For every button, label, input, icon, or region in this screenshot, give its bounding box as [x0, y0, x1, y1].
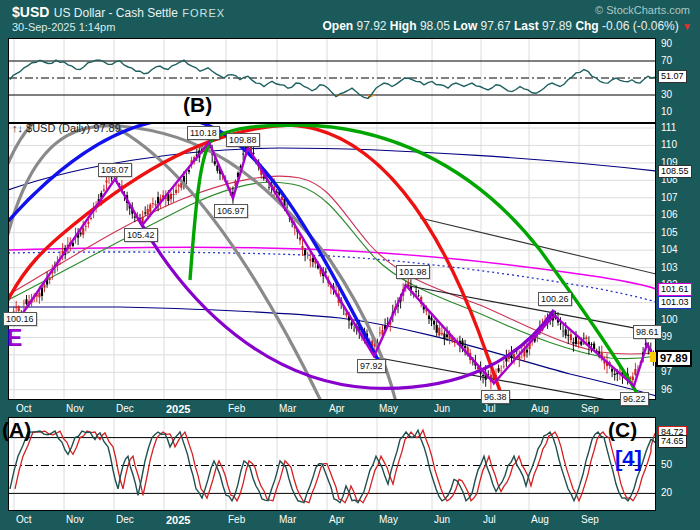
axis-value-box-101.61: 101.61 [658, 283, 692, 296]
price-panel-legend: ↑↓ $USD (Daily) 97.89 [12, 122, 121, 134]
rsi-ytick-90: 90 [661, 38, 672, 49]
month-label-bottom-Jun[interactable]: Jun [434, 514, 450, 525]
zigzag-label-108.07: 108.07 [98, 163, 132, 177]
zigzag-label-106.97: 106.97 [214, 204, 248, 218]
elliott-label-B: (B) [183, 93, 212, 117]
elliott-label-C: (C) [608, 418, 637, 442]
price-ytick-107: 107 [661, 192, 678, 203]
axis-value-box-97.89: 97.89 [656, 350, 692, 367]
zigzag-label-109.88: 109.88 [226, 133, 260, 147]
stoch-reference-lines [9, 438, 655, 494]
month-label-Sep[interactable]: Sep [581, 403, 599, 414]
stoch-lines [10, 430, 655, 503]
month-label-bottom-Jul[interactable]: Jul [483, 514, 496, 525]
zigzag-label-110.18: 110.18 [187, 126, 220, 140]
zigzag-label-97.92: 97.92 [357, 359, 386, 373]
axis-value-box-74.65: 74.65 [658, 435, 687, 448]
price-ytick-97: 97 [661, 366, 672, 377]
gray-cycle-arc-1 [0, 110, 330, 420]
month-label-Jul[interactable]: Jul [483, 403, 496, 414]
month-label-bottom-Dec[interactable]: Dec [116, 514, 134, 525]
zigzag-overlay [20, 142, 654, 386]
rsi-line [10, 60, 655, 98]
channel-line-lower [374, 357, 656, 409]
zigzag-label-96.38: 96.38 [481, 390, 510, 404]
zigzag-label-98.61: 98.61 [633, 325, 662, 339]
rsi-ytick-30: 30 [661, 89, 672, 100]
rsi-ytick-70: 70 [661, 55, 672, 66]
price-ytick-96: 96 [661, 384, 672, 395]
elliott-label-E: E [7, 325, 22, 352]
rsi-ytick-10: 10 [661, 106, 672, 117]
zigzag-label-100.26: 100.26 [538, 292, 572, 306]
month-label-Aug[interactable]: Aug [531, 403, 549, 414]
month-label-bottom-2025[interactable]: 2025 [166, 514, 190, 526]
axis-value-box-101.03: 101.03 [658, 296, 692, 309]
rsi-reference-lines [9, 61, 655, 95]
price-ytick-105: 105 [661, 227, 678, 238]
price-ytick-99: 99 [661, 331, 672, 342]
month-label-bottom-Oct[interactable]: Oct [16, 514, 32, 525]
price-ytick-110: 110 [661, 139, 677, 150]
month-label-Oct[interactable]: Oct [16, 403, 32, 414]
price-ytick-106: 106 [661, 209, 678, 220]
month-label-bottom-Sep[interactable]: Sep [581, 514, 599, 525]
month-label-bottom-Mar[interactable]: Mar [279, 514, 296, 525]
stoch-ytick-20: 20 [661, 487, 672, 498]
elliott-label-4: [4] [615, 446, 642, 472]
month-label-Mar[interactable]: Mar [279, 403, 296, 414]
price-ytick-100: 100 [661, 314, 678, 325]
month-label-2025[interactable]: 2025 [166, 403, 190, 415]
month-label-bottom-Apr[interactable]: Apr [329, 514, 345, 525]
axis-value-box-108.55: 108.55 [658, 165, 692, 178]
month-label-bottom-Nov[interactable]: Nov [66, 514, 84, 525]
month-label-Jun[interactable]: Jun [434, 403, 450, 414]
month-label-Feb[interactable]: Feb [228, 403, 245, 414]
month-label-Dec[interactable]: Dec [116, 403, 134, 414]
elliott-label-A: (A) [2, 418, 31, 442]
stockcharts-chart-window: $USD US Dollar - Cash Settle FOREX © Sto… [0, 0, 700, 530]
price-ytick-103: 103 [661, 262, 678, 273]
month-label-Apr[interactable]: Apr [329, 403, 345, 414]
month-label-bottom-May[interactable]: May [379, 514, 398, 525]
month-label-bottom-Feb[interactable]: Feb [228, 514, 245, 525]
last-price-marker-icon [650, 352, 656, 362]
price-ytick-111: 111 [661, 122, 676, 133]
magenta-ma-line [8, 247, 656, 289]
month-label-May[interactable]: May [379, 403, 398, 414]
stoch-ytick-50: 50 [661, 459, 672, 470]
price-ytick-104: 104 [661, 244, 678, 255]
zigzag-label-105.42: 105.42 [124, 228, 158, 242]
zigzag-label-100.16: 100.16 [3, 312, 37, 326]
axis-value-box-51.07: 51.07 [658, 70, 687, 83]
chart-canvas [0, 0, 700, 530]
month-label-Nov[interactable]: Nov [66, 403, 84, 414]
month-label-bottom-Aug[interactable]: Aug [531, 514, 549, 525]
zigzag-label-96.22: 96.22 [620, 392, 649, 406]
zigzag-label-101.98: 101.98 [396, 265, 430, 279]
